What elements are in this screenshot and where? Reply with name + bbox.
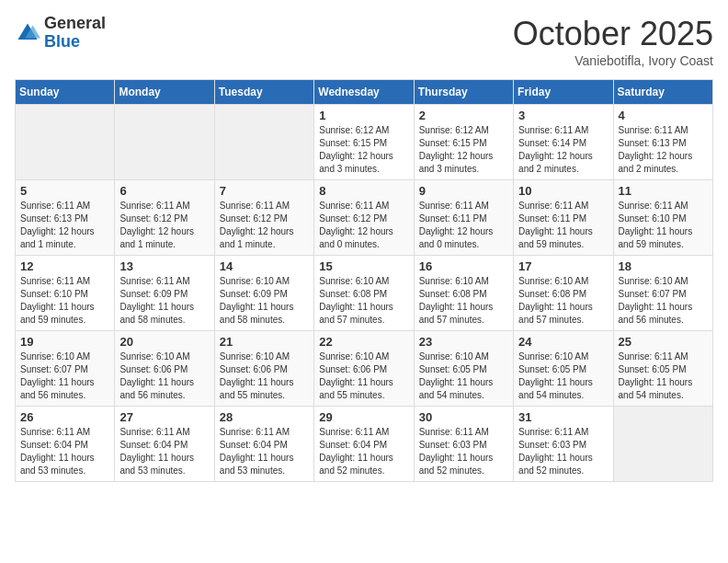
day-number: 6 [119,184,209,198]
day-info: Sunrise: 6:10 AMSunset: 6:07 PMDaylight:… [619,275,708,327]
day-number: 4 [619,109,708,122]
day-number: 30 [419,410,508,424]
day-info: Sunrise: 6:11 AMSunset: 6:10 PMDaylight:… [619,200,708,251]
day-cell: 2Sunrise: 6:12 AMSunset: 6:15 PMDaylight… [414,105,513,180]
day-header-thursday: Thursday [414,80,513,105]
day-info: Sunrise: 6:11 AMSunset: 6:05 PMDaylight:… [619,350,708,402]
logo-line1: General [44,15,106,33]
week-row-3: 12Sunrise: 6:11 AMSunset: 6:10 PMDayligh… [16,256,713,331]
day-cell: 4Sunrise: 6:11 AMSunset: 6:13 PMDaylight… [613,105,712,180]
day-number: 20 [119,335,209,349]
day-cell: 11Sunrise: 6:11 AMSunset: 6:10 PMDayligh… [613,180,712,256]
day-info: Sunrise: 6:11 AMSunset: 6:13 PMDaylight:… [619,124,708,176]
day-cell: 6Sunrise: 6:11 AMSunset: 6:12 PMDaylight… [115,180,214,256]
day-info: Sunrise: 6:11 AMSunset: 6:12 PMDaylight:… [119,200,209,251]
day-cell: 5Sunrise: 6:11 AMSunset: 6:13 PMDaylight… [16,180,115,256]
day-info: Sunrise: 6:11 AMSunset: 6:03 PMDaylight:… [518,426,608,477]
day-info: Sunrise: 6:11 AMSunset: 6:03 PMDaylight:… [419,426,508,477]
day-number: 25 [619,335,708,349]
logo: General Blue [15,15,106,52]
day-number: 23 [419,335,508,349]
day-number: 12 [20,259,109,273]
day-cell: 10Sunrise: 6:11 AMSunset: 6:11 PMDayligh… [514,180,613,256]
day-number: 29 [319,410,408,424]
week-row-1: 1Sunrise: 6:12 AMSunset: 6:15 PMDaylight… [16,105,713,180]
day-number: 28 [220,410,309,424]
day-header-sunday: Sunday [16,80,115,105]
day-info: Sunrise: 6:10 AMSunset: 6:08 PMDaylight:… [419,275,508,327]
day-number: 2 [419,109,508,122]
day-cell: 28Sunrise: 6:11 AMSunset: 6:04 PMDayligh… [214,407,313,482]
day-cell: 23Sunrise: 6:10 AMSunset: 6:05 PMDayligh… [414,331,513,407]
day-number: 9 [419,184,508,198]
day-info: Sunrise: 6:11 AMSunset: 6:13 PMDaylight:… [20,200,109,251]
day-number: 22 [319,335,408,349]
day-cell: 26Sunrise: 6:11 AMSunset: 6:04 PMDayligh… [16,407,115,482]
day-cell: 8Sunrise: 6:11 AMSunset: 6:12 PMDaylight… [314,180,414,256]
day-info: Sunrise: 6:11 AMSunset: 6:12 PMDaylight:… [319,200,408,251]
day-number: 31 [518,410,608,424]
day-info: Sunrise: 6:10 AMSunset: 6:05 PMDaylight:… [419,350,508,402]
day-header-saturday: Saturday [613,80,712,105]
day-number: 11 [619,184,708,198]
day-number: 13 [119,259,209,273]
day-header-wednesday: Wednesday [314,80,414,105]
page-header: General Blue October 2025 Vaniebotifla, … [15,15,713,68]
day-number: 19 [20,335,109,349]
day-info: Sunrise: 6:10 AMSunset: 6:09 PMDaylight:… [220,275,309,327]
day-info: Sunrise: 6:11 AMSunset: 6:10 PMDaylight:… [20,275,109,327]
day-number: 10 [518,184,608,198]
title-block: October 2025 Vaniebotifla, Ivory Coast [513,15,713,68]
day-number: 26 [20,410,109,424]
day-cell: 22Sunrise: 6:10 AMSunset: 6:06 PMDayligh… [314,331,414,407]
day-cell: 12Sunrise: 6:11 AMSunset: 6:10 PMDayligh… [16,256,115,331]
day-cell [115,105,214,180]
day-number: 17 [518,259,608,273]
day-header-friday: Friday [514,80,613,105]
day-cell: 30Sunrise: 6:11 AMSunset: 6:03 PMDayligh… [414,407,513,482]
day-info: Sunrise: 6:11 AMSunset: 6:14 PMDaylight:… [518,124,608,176]
day-number: 16 [419,259,508,273]
day-number: 27 [119,410,209,424]
day-cell: 31Sunrise: 6:11 AMSunset: 6:03 PMDayligh… [514,407,613,482]
day-cell: 15Sunrise: 6:10 AMSunset: 6:08 PMDayligh… [314,256,414,331]
month-title: October 2025 [513,15,713,53]
day-cell: 25Sunrise: 6:11 AMSunset: 6:05 PMDayligh… [613,331,712,407]
day-info: Sunrise: 6:11 AMSunset: 6:12 PMDaylight:… [220,200,309,251]
day-info: Sunrise: 6:11 AMSunset: 6:04 PMDaylight:… [319,426,408,477]
day-cell: 3Sunrise: 6:11 AMSunset: 6:14 PMDaylight… [514,105,613,180]
day-cell: 29Sunrise: 6:11 AMSunset: 6:04 PMDayligh… [314,407,414,482]
day-number: 21 [220,335,309,349]
day-number: 18 [619,259,708,273]
day-info: Sunrise: 6:11 AMSunset: 6:04 PMDaylight:… [220,426,309,477]
day-cell: 19Sunrise: 6:10 AMSunset: 6:07 PMDayligh… [16,331,115,407]
day-info: Sunrise: 6:10 AMSunset: 6:08 PMDaylight:… [518,275,608,327]
day-cell: 9Sunrise: 6:11 AMSunset: 6:11 PMDaylight… [414,180,513,256]
day-number: 7 [220,184,309,198]
week-row-4: 19Sunrise: 6:10 AMSunset: 6:07 PMDayligh… [16,331,713,407]
day-info: Sunrise: 6:10 AMSunset: 6:06 PMDaylight:… [220,350,309,402]
day-number: 24 [518,335,608,349]
day-info: Sunrise: 6:11 AMSunset: 6:11 PMDaylight:… [518,200,608,251]
day-cell: 16Sunrise: 6:10 AMSunset: 6:08 PMDayligh… [414,256,513,331]
day-cell: 17Sunrise: 6:10 AMSunset: 6:08 PMDayligh… [514,256,613,331]
day-info: Sunrise: 6:12 AMSunset: 6:15 PMDaylight:… [319,124,408,176]
location: Vaniebotifla, Ivory Coast [513,53,713,68]
day-number: 3 [518,109,608,122]
day-info: Sunrise: 6:10 AMSunset: 6:06 PMDaylight:… [319,350,408,402]
logo-icon [15,20,40,46]
day-number: 15 [319,259,408,273]
week-row-5: 26Sunrise: 6:11 AMSunset: 6:04 PMDayligh… [16,407,713,482]
day-info: Sunrise: 6:11 AMSunset: 6:11 PMDaylight:… [419,200,508,251]
day-number: 1 [319,109,408,122]
day-info: Sunrise: 6:10 AMSunset: 6:08 PMDaylight:… [319,275,408,327]
day-cell: 24Sunrise: 6:10 AMSunset: 6:05 PMDayligh… [514,331,613,407]
day-cell [16,105,115,180]
day-info: Sunrise: 6:12 AMSunset: 6:15 PMDaylight:… [419,124,508,176]
day-cell: 21Sunrise: 6:10 AMSunset: 6:06 PMDayligh… [214,331,313,407]
day-cell: 13Sunrise: 6:11 AMSunset: 6:09 PMDayligh… [115,256,214,331]
day-cell: 18Sunrise: 6:10 AMSunset: 6:07 PMDayligh… [613,256,712,331]
day-cell: 7Sunrise: 6:11 AMSunset: 6:12 PMDaylight… [214,180,313,256]
day-header-tuesday: Tuesday [214,80,313,105]
day-info: Sunrise: 6:10 AMSunset: 6:07 PMDaylight:… [20,350,109,402]
